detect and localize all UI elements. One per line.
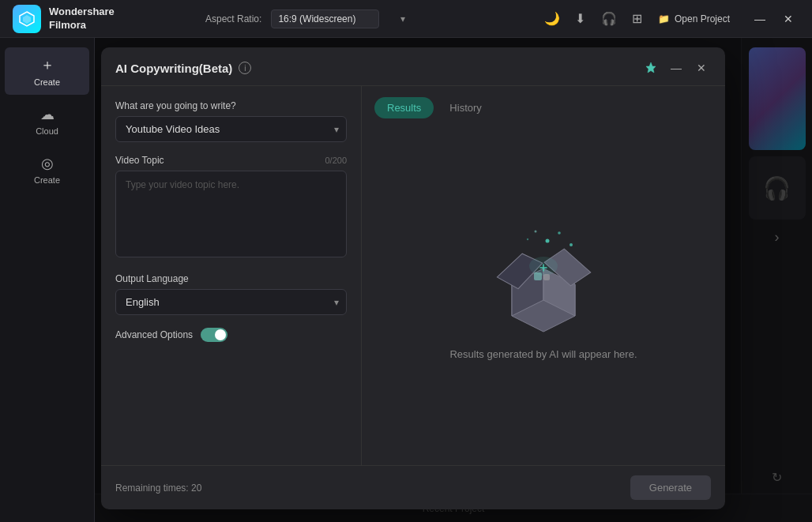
aspect-ratio-section: Aspect Ratio: 16:9 (Widescreen) 4:3 1:1 … [205, 9, 413, 28]
app-branding: Wondershare Filmora [13, 5, 115, 33]
app-logo [13, 5, 41, 33]
title-bar: Wondershare Filmora Aspect Ratio: 16:9 (… [0, 0, 812, 38]
download-icon[interactable]: ⬇ [573, 11, 588, 27]
modal-overlay: AI Copywriting(Beta) i — ✕ [95, 38, 812, 522]
advanced-options-row: Advanced Options [115, 328, 347, 342]
sidebar: ＋ Create ☁ Cloud ◎ Create [0, 38, 95, 522]
aspect-chevron-icon: ▾ [400, 13, 405, 24]
aspect-ratio-select[interactable]: 16:9 (Widescreen) 4:3 1:1 9:16 [271, 9, 379, 28]
svg-rect-8 [534, 272, 542, 280]
main-layout: ＋ Create ☁ Cloud ◎ Create [0, 38, 812, 522]
close-button[interactable]: ✕ [777, 8, 799, 30]
content-area: 🎧 › ↻ ⊞ Recent Project AI Copywriting(Be… [95, 38, 812, 522]
dialog-title: AI Copywriting(Beta) [115, 62, 232, 75]
cloud-icon: ☁ [40, 106, 55, 123]
video-topic-field: Video Topic 0/200 [115, 155, 347, 261]
dialog-footer: Remaining times: 20 Generate [101, 465, 725, 509]
folder-icon: 📁 [658, 13, 670, 24]
create-icon: ＋ [40, 55, 55, 74]
empty-state-text: Results generated by AI will appear here… [449, 348, 637, 360]
dialog-tabs: Results History [374, 97, 712, 118]
notification-icon[interactable]: 🌙 [544, 11, 560, 27]
pin-icon[interactable] [641, 58, 660, 77]
dialog-header: AI Copywriting(Beta) i — ✕ [101, 47, 725, 86]
sidebar-item-create2-label: Create [34, 175, 60, 185]
app-name-line1: Wondershare [49, 6, 115, 19]
open-project-button[interactable]: 📁 Open Project [658, 13, 730, 24]
svg-rect-9 [543, 274, 550, 280]
minimize-button[interactable]: — [749, 8, 771, 30]
language-select[interactable]: English Spanish French German Japanese C… [115, 289, 347, 315]
tab-results[interactable]: Results [374, 97, 434, 118]
sidebar-item-create[interactable]: ＋ Create [5, 47, 89, 95]
svg-point-4 [535, 231, 537, 233]
output-language-label: Output Language [115, 273, 347, 284]
svg-point-5 [570, 243, 573, 246]
dialog-title-row: AI Copywriting(Beta) i [115, 62, 251, 75]
topic-type-select[interactable]: Youtube Video Ideas Blog Post Social Med… [115, 116, 347, 142]
ai-create-icon: ◎ [41, 155, 54, 172]
app-name-line2: Filmora [49, 19, 115, 32]
advanced-options-toggle[interactable] [201, 328, 227, 342]
window-controls: — ✕ [749, 8, 799, 30]
video-topic-label: Video Topic [115, 155, 164, 166]
empty-state-illustration [480, 225, 607, 336]
aspect-ratio-label: Aspect Ratio: [205, 13, 261, 24]
dialog-left-panel: What are you going to write? Youtube Vid… [101, 86, 362, 465]
topic-type-select-wrap: Youtube Video Ideas Blog Post Social Med… [115, 116, 347, 142]
svg-point-3 [558, 231, 561, 235]
headset-icon[interactable]: 🎧 [601, 11, 617, 27]
generate-button[interactable]: Generate [630, 475, 711, 500]
dialog-close-button[interactable]: ✕ [692, 58, 711, 77]
tab-history[interactable]: History [437, 97, 494, 118]
video-topic-textarea[interactable] [115, 171, 347, 257]
sidebar-item-cloud-label: Cloud [36, 126, 58, 136]
sidebar-item-create-label: Create [34, 77, 60, 87]
dialog-minimize-button[interactable]: — [667, 58, 686, 77]
advanced-options-label: Advanced Options [115, 329, 193, 340]
dialog-header-actions: — ✕ [641, 58, 711, 77]
info-icon[interactable]: i [239, 62, 251, 74]
write-type-label: What are you going to write? [115, 100, 347, 111]
sidebar-item-create2[interactable]: ◎ Create [5, 147, 89, 193]
svg-point-6 [527, 238, 528, 240]
svg-point-2 [546, 239, 550, 243]
output-language-field: Output Language English Spanish French G… [115, 273, 347, 315]
toggle-knob [215, 329, 226, 340]
grid-icon[interactable]: ⊞ [630, 11, 645, 27]
sidebar-item-cloud[interactable]: ☁ Cloud [5, 98, 89, 144]
title-bar-actions: 🌙 ⬇ 🎧 ⊞ 📁 Open Project — ✕ [544, 8, 799, 30]
open-project-label: Open Project [675, 13, 730, 24]
ai-copywriting-dialog: AI Copywriting(Beta) i — ✕ [101, 47, 725, 509]
language-select-wrap: English Spanish French German Japanese C… [115, 289, 347, 315]
results-area: Results generated by AI will appear here… [374, 131, 712, 454]
dialog-body: What are you going to write? Youtube Vid… [101, 86, 725, 465]
svg-marker-1 [23, 15, 31, 24]
dialog-right-panel: Results History [362, 86, 725, 465]
char-count: 0/200 [325, 156, 347, 165]
write-type-field: What are you going to write? Youtube Vid… [115, 100, 347, 142]
video-topic-textarea-wrap: Video Topic 0/200 [115, 155, 347, 261]
remaining-times: Remaining times: 20 [115, 483, 201, 494]
